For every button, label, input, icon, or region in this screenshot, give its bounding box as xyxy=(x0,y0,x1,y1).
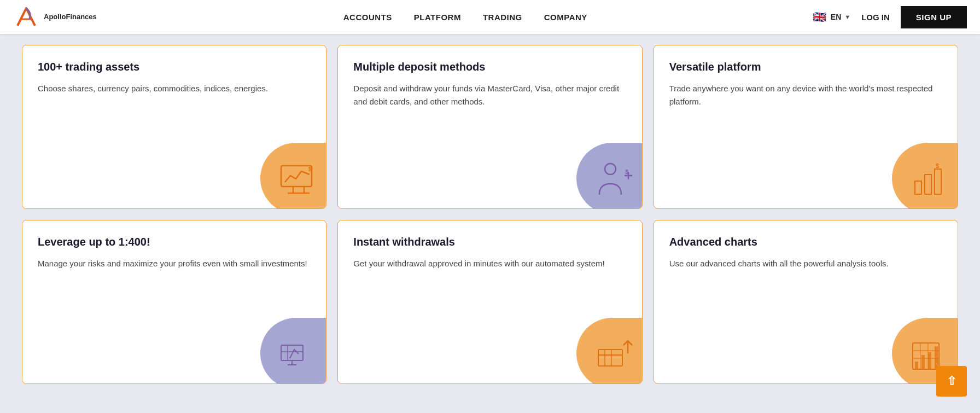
svg-rect-29 xyxy=(921,355,925,369)
logo-text: ApolloFinances xyxy=(44,13,97,21)
card-withdrawals: Instant withdrawals Get your withdrawal … xyxy=(337,220,642,384)
svg-text:$: $ xyxy=(936,162,939,169)
main-content: 100+ trading assets Choose shares, curre… xyxy=(0,0,980,413)
card-trading-assets-desc: Choose shares, currency pairs, commoditi… xyxy=(38,82,311,95)
card-leverage: Leverage up to 1:400! Manage your risks … xyxy=(22,220,326,384)
bar-chart-dollar-icon: $ xyxy=(908,159,952,203)
logo[interactable]: ApolloFinances xyxy=(13,4,97,30)
svg-rect-28 xyxy=(915,362,918,369)
card-advanced-charts-desc: Use our advanced charts with all the pow… xyxy=(669,257,942,270)
chart-monitor-icon: $ xyxy=(277,159,320,203)
card-leverage-desc: Manage your risks and maximize your prof… xyxy=(38,257,311,270)
card-deposit-methods-desc: Deposit and withdraw your funds via Mast… xyxy=(353,82,626,108)
nav-link-accounts[interactable]: ACCOUNTS xyxy=(343,13,392,22)
card-deposit-methods-title: Multiple deposit methods xyxy=(353,61,626,73)
lang-code: EN xyxy=(831,13,841,21)
svg-rect-10 xyxy=(925,174,931,194)
card-trading-assets-title: 100+ trading assets xyxy=(38,61,311,73)
lang-chevron-icon: ▼ xyxy=(844,14,850,20)
back-to-top-button[interactable]: ⇧ xyxy=(936,366,967,397)
navbar-right: 🇬🇧 EN ▼ LOG IN SIGN UP xyxy=(812,6,967,28)
card-versatile-platform-title: Versatile platform xyxy=(669,61,942,73)
svg-rect-0 xyxy=(281,166,312,187)
svg-point-5 xyxy=(605,164,616,174)
nav-link-trading[interactable]: TRADING xyxy=(483,13,522,22)
cards-section: 100+ trading assets Choose shares, curre… xyxy=(0,34,980,395)
card-withdrawals-title: Instant withdrawals xyxy=(353,236,626,248)
cards-row-1: 100+ trading assets Choose shares, curre… xyxy=(22,45,958,209)
login-button[interactable]: LOG IN xyxy=(861,13,890,22)
businessman-money-icon: $ xyxy=(593,159,637,203)
cards-row-2: Leverage up to 1:400! Manage your risks … xyxy=(22,220,958,384)
language-selector[interactable]: 🇬🇧 EN ▼ xyxy=(812,9,850,25)
card-withdrawals-desc: Get your withdrawal approved in minutes … xyxy=(353,257,626,270)
card-versatile-platform: Versatile platform Trade anywhere you wa… xyxy=(654,45,958,209)
card-deposit-methods: Multiple deposit methods Deposit and wit… xyxy=(337,45,642,209)
svg-text:$: $ xyxy=(625,168,628,175)
nav-link-platform[interactable]: PLATFORM xyxy=(414,13,461,22)
signup-button[interactable]: SIGN UP xyxy=(901,6,967,28)
navbar-links: ACCOUNTS PLATFORM TRADING COMPANY xyxy=(119,13,812,22)
navbar: ApolloFinances ACCOUNTS PLATFORM TRADING… xyxy=(0,0,980,34)
flag-icon: 🇬🇧 xyxy=(812,9,827,25)
card-advanced-charts-title: Advanced charts xyxy=(669,236,942,248)
svg-text:$: $ xyxy=(308,166,312,172)
card-advanced-charts: Advanced charts Use our advanced charts … xyxy=(654,220,958,384)
back-to-top-arrow-icon: ⇧ xyxy=(947,374,956,388)
nav-link-company[interactable]: COMPANY xyxy=(544,13,587,22)
svg-rect-9 xyxy=(915,181,921,194)
svg-rect-18 xyxy=(598,350,622,366)
svg-rect-11 xyxy=(935,169,941,194)
withdrawal-icon xyxy=(593,334,637,378)
card-versatile-platform-desc: Trade anywhere you want on any device wi… xyxy=(669,82,942,108)
leverage-chart-icon xyxy=(277,334,320,378)
card-leverage-title: Leverage up to 1:400! xyxy=(38,236,311,248)
svg-rect-30 xyxy=(928,352,931,369)
card-trading-assets: 100+ trading assets Choose shares, curre… xyxy=(22,45,326,209)
